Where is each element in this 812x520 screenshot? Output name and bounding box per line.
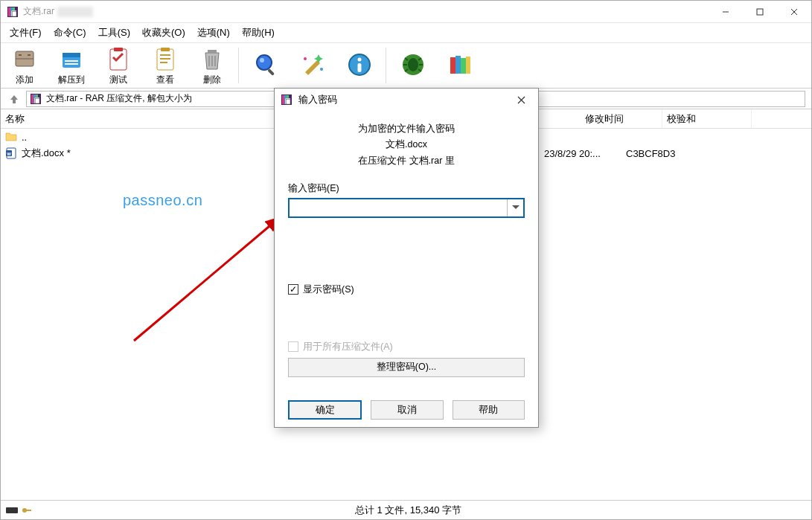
menu-command[interactable]: 命令(C) xyxy=(48,24,92,42)
password-field-wrap xyxy=(288,198,525,218)
col-modified[interactable]: 修改时间 xyxy=(581,109,662,128)
close-button[interactable] xyxy=(777,1,811,23)
all-archives-label: 用于所有压缩文件(A) xyxy=(303,341,393,353)
status-summary: 总计 1 文件, 15,340 字节 xyxy=(50,504,767,517)
file-name: .. xyxy=(22,132,281,143)
svg-rect-11 xyxy=(19,54,22,56)
address-text: 文档.rar - RAR 压缩文件, 解包大小为 xyxy=(46,92,192,105)
tool-test[interactable]: 测试 xyxy=(95,42,141,89)
scan-icon xyxy=(400,51,426,78)
svg-rect-36 xyxy=(455,56,461,74)
tool-extract[interactable]: 解压到 xyxy=(48,42,95,89)
svg-rect-32 xyxy=(357,63,361,72)
svg-rect-21 xyxy=(160,54,170,56)
file-modified: 23/8/29 20:... xyxy=(544,148,601,159)
menu-options[interactable]: 选项(N) xyxy=(191,24,236,42)
svg-rect-18 xyxy=(114,48,123,51)
app-icon xyxy=(7,6,19,18)
find-icon xyxy=(252,51,279,78)
docx-icon xyxy=(5,147,17,159)
cancel-button[interactable]: 取消 xyxy=(371,400,443,420)
toolbar-separator xyxy=(238,48,239,83)
add-icon xyxy=(11,45,38,72)
password-dialog: 输入密码 为加密的文件输入密码 文档.docx 在压缩文件 文档.rar 里 输… xyxy=(274,88,539,428)
ok-button[interactable]: 确定 xyxy=(288,400,362,420)
svg-rect-38 xyxy=(466,57,470,74)
titlebar: 文档.rar xyxy=(1,1,811,23)
svg-rect-37 xyxy=(461,58,466,74)
tool-view-label: 查看 xyxy=(156,74,174,86)
info-icon xyxy=(346,51,373,78)
archive-icon xyxy=(30,93,42,105)
svg-rect-39 xyxy=(6,507,18,513)
tool-scan[interactable] xyxy=(389,42,436,89)
dialog-close-button[interactable] xyxy=(510,89,532,111)
toolbar-separator xyxy=(386,48,386,83)
tool-delete[interactable]: 删除 xyxy=(188,42,235,89)
title-blurred xyxy=(57,7,93,17)
tool-extract-label: 解压到 xyxy=(58,74,85,86)
dialog-msg-line3: 在压缩文件 文档.rar 里 xyxy=(288,153,525,169)
view-icon xyxy=(152,45,179,72)
menubar: 文件(F) 命令(C) 工具(S) 收藏夹(O) 选项(N) 帮助(H) xyxy=(1,23,811,42)
tool-add-label: 添加 xyxy=(16,74,33,86)
maximize-button[interactable] xyxy=(743,1,777,23)
dialog-message: 为加密的文件输入密码 文档.docx 在压缩文件 文档.rar 里 xyxy=(288,121,525,169)
tool-wizard[interactable] xyxy=(289,42,336,89)
tool-view[interactable]: 查看 xyxy=(141,42,188,89)
password-dropdown-button[interactable] xyxy=(507,199,523,216)
dialog-titlebar: 输入密码 xyxy=(275,89,538,111)
svg-point-25 xyxy=(257,55,272,70)
col-name[interactable]: 名称 xyxy=(1,109,276,128)
tool-add[interactable]: 添加 xyxy=(1,42,48,89)
svg-point-34 xyxy=(408,58,418,71)
menu-tools[interactable]: 工具(S) xyxy=(92,24,136,42)
wizard-icon xyxy=(299,51,326,78)
svg-rect-20 xyxy=(161,48,170,51)
svg-rect-35 xyxy=(450,57,455,74)
checkbox-box: ✓ xyxy=(288,284,298,295)
menu-file[interactable]: 文件(F) xyxy=(4,24,48,42)
file-crc: C3BCF8D3 xyxy=(626,148,675,159)
up-button[interactable] xyxy=(7,92,22,106)
menu-favorites[interactable]: 收藏夹(O) xyxy=(136,24,191,42)
window-title: 文档.rar xyxy=(23,5,54,18)
svg-rect-23 xyxy=(160,62,167,63)
tool-comment[interactable] xyxy=(436,42,483,89)
extract-icon xyxy=(58,45,85,72)
tool-delete-label: 删除 xyxy=(203,74,221,86)
password-input[interactable] xyxy=(290,199,507,216)
minimize-button[interactable] xyxy=(709,1,743,23)
watermark: passneo.cn xyxy=(123,192,202,209)
dialog-title: 输入密码 xyxy=(298,93,510,106)
password-label: 输入密码(E) xyxy=(288,182,525,195)
file-name: 文档.docx * xyxy=(22,147,281,160)
test-icon xyxy=(105,45,132,72)
show-password-checkbox[interactable]: ✓ 显示密码(S) xyxy=(288,283,525,296)
toolbar: 添加 解压到 测试 查看 删除 xyxy=(1,42,811,89)
tool-find[interactable] xyxy=(242,42,289,89)
app-icon xyxy=(281,94,292,106)
dialog-msg-line2: 文档.docx xyxy=(288,137,525,153)
checkbox-box xyxy=(288,341,298,352)
svg-rect-14 xyxy=(63,53,80,57)
tool-test-label: 测试 xyxy=(109,74,127,86)
all-archives-checkbox: 用于所有压缩文件(A) xyxy=(288,341,525,353)
folder-icon xyxy=(5,131,17,143)
dialog-msg-line1: 为加密的文件输入密码 xyxy=(288,121,525,137)
status-bar: 总计 1 文件, 15,340 字节 xyxy=(1,500,811,519)
svg-rect-24 xyxy=(208,50,217,53)
col-crc[interactable]: 校验和 xyxy=(662,109,752,128)
svg-rect-15 xyxy=(65,60,78,62)
svg-rect-22 xyxy=(160,58,170,60)
tool-info[interactable] xyxy=(336,42,383,89)
menu-help[interactable]: 帮助(H) xyxy=(236,24,281,42)
show-password-label: 显示密码(S) xyxy=(303,283,354,296)
svg-point-26 xyxy=(260,58,264,62)
svg-rect-9 xyxy=(757,9,763,15)
svg-rect-41 xyxy=(26,510,31,511)
svg-point-28 xyxy=(304,57,307,60)
manage-passwords-button[interactable]: 整理密码(O)... xyxy=(288,358,525,377)
help-button[interactable]: 帮助 xyxy=(453,400,525,420)
comment-icon xyxy=(447,51,473,78)
